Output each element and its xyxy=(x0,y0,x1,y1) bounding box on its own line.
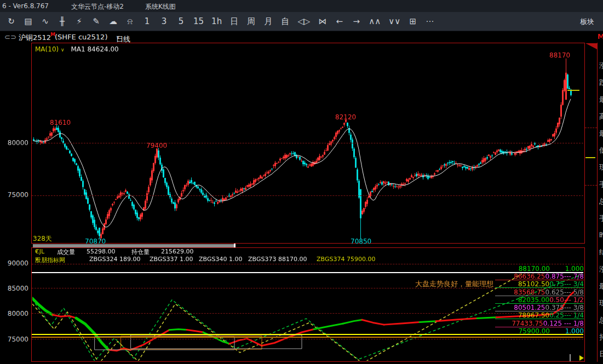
chevron-down-icon: ∨ xyxy=(116,34,120,40)
volume-value: 55298.00 xyxy=(87,248,116,255)
bottom-tick-marker xyxy=(570,354,571,361)
toolbar-insert-panel-button[interactable]: ⊞ xyxy=(408,16,417,26)
visible-days-label: 328天 xyxy=(33,234,52,244)
toolbar-zoom-in-button[interactable]: ∧∧ xyxy=(369,16,381,26)
indicator-panel: 股朋指标网∨ ZBGS324 189.00ZBGS337 1.00ZBGS340… xyxy=(31,255,585,362)
indicator-param-ZBGS337: ZBGS337 1.00 xyxy=(150,256,193,263)
ladder-fraction: 0.75--- 3/4 xyxy=(549,280,584,287)
ladder-fraction: 0.50--- 1/2 xyxy=(549,296,584,303)
y-axis-label: 85000 xyxy=(2,285,28,292)
open-interest-value: 215629.00 xyxy=(161,248,194,255)
y-axis-label: 75000 xyxy=(2,336,28,343)
ladder-fraction: 0.25--- 1/4 xyxy=(549,311,584,319)
gridline xyxy=(32,195,583,196)
toolbar-more-button[interactable]: ⋯ xyxy=(425,16,434,26)
price-label: 82120 xyxy=(335,113,356,121)
gann-ladder-row: 82035.000.50--- 1/2 xyxy=(495,296,584,304)
main-toolbar: ↻▤∿╫⚡✎☁⍾135151h日周月自◁▷⋈←→∧∧∨∨⊞⋯ xyxy=(0,12,603,31)
gann-ladder-row: 88170.001.000 xyxy=(495,265,584,272)
volume-panel-header: CJL∨ 成交量 55298.00 持仓量 215629.00 xyxy=(31,247,585,256)
gann-ladder-row: 86636.250.875--- 7/8 xyxy=(495,273,584,280)
ladder-fraction: 1.000 xyxy=(550,327,584,334)
ladder-price: 86636.25 xyxy=(495,273,545,280)
red-flag-icon xyxy=(585,43,597,49)
toolbar-zoom-out-button[interactable]: ∨∨ xyxy=(388,16,400,26)
ma1-label: MA1 xyxy=(71,45,85,53)
toolbar-compress-button[interactable]: ◁▷ xyxy=(297,16,310,26)
gridline xyxy=(32,339,583,339)
gridline xyxy=(32,264,583,264)
clipped-quote-column: 涨跌最高最低现手总手昨结涨最现总持日 xyxy=(599,57,603,361)
ladder-price: 82035.00 xyxy=(495,296,549,303)
price-label: 79400 xyxy=(146,142,167,149)
toolbar-tick-chart-button[interactable]: ⚡ xyxy=(74,16,84,26)
price-label: 70850 xyxy=(351,238,371,245)
toolbar-period-15min-button[interactable]: 15 xyxy=(193,16,204,26)
main-chart-panel: MA(10) ∨ MA1 84624.00 328天 8161079400821… xyxy=(31,43,585,244)
ma-indicator-header[interactable]: MA(10) ∨ MA1 84624.00 xyxy=(35,45,119,53)
ladder-price: 88170.00 xyxy=(495,265,550,272)
ladder-fraction: 0.875--- 7/8 xyxy=(545,273,584,280)
gann-ladder-row: 75900.001.000 xyxy=(495,327,584,334)
y-axis-label: 75000 xyxy=(2,191,28,199)
window-title-bar: 6 - Ver6.8.767 文华云节点-移动2 系统K线图 xyxy=(0,0,603,12)
y-axis-label: 80000 xyxy=(2,310,28,317)
ladder-fraction: 0.625--- 5/8 xyxy=(545,288,584,296)
indicator-param-ZBGS324: ZBGS324 189.00 xyxy=(89,256,140,263)
price-tick-marker xyxy=(585,157,595,158)
toolbar-line-chart-button[interactable]: ∿ xyxy=(41,16,50,26)
indicator-param-ZBGS374: ZBGS374 75900.00 xyxy=(317,256,375,263)
toolbar-refresh-button[interactable]: ↻ xyxy=(7,16,16,26)
instrument-bar: ⊂⊃ 沪铜2512 M (SHFE cu2512) 日线 ∨ xyxy=(0,31,603,43)
window-title: 系统K线图 xyxy=(145,2,176,11)
price-tick-marker xyxy=(567,90,579,91)
chevron-down-icon: ∨ xyxy=(61,47,65,53)
corner-arrow-icon[interactable] xyxy=(579,355,584,361)
chevron-down-icon: ∨ xyxy=(35,256,39,262)
board-button[interactable]: 板块 xyxy=(580,17,594,27)
instrument-name[interactable]: 沪铜2512 xyxy=(19,33,51,43)
toolbar-alert-bell-button[interactable]: ⍾ xyxy=(125,16,135,26)
toolbar-cloud-sync-button[interactable]: ☁ xyxy=(108,16,118,26)
indicator-header: 股朋指标网∨ ZBGS324 189.00ZBGS337 1.00ZBGS340… xyxy=(32,255,584,263)
y-axis-label: 80000 xyxy=(2,139,28,147)
ladder-price: 78967.50 xyxy=(495,311,549,319)
toolbar-draw-tool-button[interactable]: ✎ xyxy=(91,16,101,26)
ladder-price: 85102.50 xyxy=(495,280,549,287)
indicator-param-ZBGS340: ZBGS340 1.00 xyxy=(199,256,242,263)
gridline xyxy=(32,143,583,143)
toolbar-period-1hour-button[interactable]: 1h xyxy=(211,16,222,26)
ladder-fraction: 1.000 xyxy=(550,265,584,272)
level-line xyxy=(32,337,583,338)
ladder-fraction: 0.375--- 3/8 xyxy=(545,304,584,311)
ma-group-label: MA(10) xyxy=(35,45,59,53)
y-axis-label: 90000 xyxy=(2,259,28,267)
ladder-fraction: 0.125 --- 1/8 xyxy=(543,320,584,327)
gann-ladder-row: 85102.500.75--- 3/4 xyxy=(495,280,584,288)
toolbar-quote-list-button[interactable]: ▤ xyxy=(24,16,33,26)
marker-m-label: M xyxy=(598,32,603,41)
app-version: 6 - Ver6.8.767 xyxy=(2,2,49,10)
ladder-price: 83568.75 xyxy=(495,288,545,296)
toolbar-candlestick-button[interactable]: ╫ xyxy=(58,16,67,26)
price-label: 81610 xyxy=(50,119,71,126)
toolbar-period-week-button[interactable]: 周 xyxy=(246,16,256,27)
toolbar-period-1min-button[interactable]: 1 xyxy=(142,16,152,26)
toolbar-page-right-button[interactable]: → xyxy=(352,16,361,26)
toolbar-expand-button[interactable]: ⋈ xyxy=(318,16,327,26)
toolbar-page-left-button[interactable]: ← xyxy=(335,16,344,26)
gann-ladder-row: 83568.750.625--- 5/8 xyxy=(495,288,584,296)
toolbar-period-month-button[interactable]: 月 xyxy=(263,16,273,27)
price-label: 88170 xyxy=(549,51,570,59)
cloud-node-label: 文华云节点-移动2 xyxy=(71,2,124,11)
link-icon[interactable]: ⊂⊃ xyxy=(4,33,16,41)
toolbar-period-day-button[interactable]: 日 xyxy=(229,16,239,27)
gann-ladder-row: 80501.250.375--- 3/8 xyxy=(495,304,584,311)
ladder-price: 77433.75 xyxy=(495,320,543,327)
right-dash-line xyxy=(585,185,597,186)
toolbar-period-5min-button[interactable]: 5 xyxy=(176,16,186,26)
toolbar-period-3min-button[interactable]: 3 xyxy=(159,16,169,26)
indicator-param-ZBGS373: ZBGS373 88170.00 xyxy=(248,256,307,263)
right-panel-divider xyxy=(597,43,598,362)
toolbar-period-custom-button[interactable]: 自 xyxy=(280,16,290,27)
